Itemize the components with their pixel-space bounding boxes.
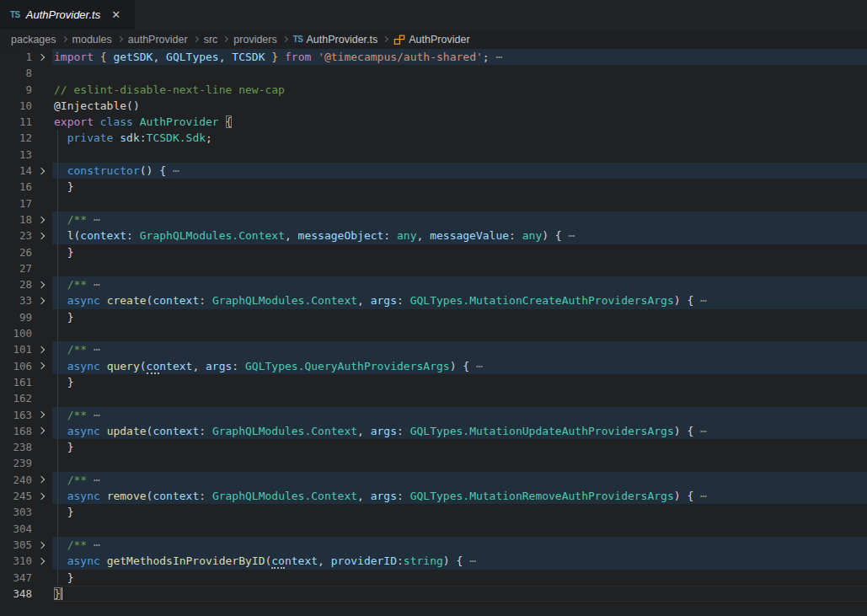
code-token: ( bbox=[140, 360, 147, 372]
fold-chevron-icon[interactable] bbox=[38, 492, 45, 499]
editor-gutter: 14 bbox=[0, 163, 52, 179]
code-line[interactable]: 26 } bbox=[0, 244, 867, 260]
code-line[interactable]: 23 l(context: GraphQLModules.Context, me… bbox=[0, 228, 867, 244]
code-line[interactable]: 18 /** ⋯ bbox=[0, 212, 867, 228]
code-line[interactable]: 17 bbox=[0, 196, 867, 212]
code-line-text: import { getSDK, GQLTypes, TCSDK } from … bbox=[52, 49, 867, 65]
code-token bbox=[94, 51, 100, 63]
fold-column bbox=[32, 244, 52, 260]
code-line[interactable]: 304 bbox=[0, 521, 867, 537]
code-token: ) { bbox=[674, 294, 693, 307]
line-number: 101 bbox=[0, 341, 32, 357]
line-number: 168 bbox=[0, 423, 32, 439]
fold-chevron-icon[interactable] bbox=[38, 346, 45, 353]
fold-chevron-icon[interactable] bbox=[38, 427, 45, 434]
code-line[interactable]: 305 /** ⋯ bbox=[0, 537, 867, 553]
code-line[interactable]: 238 } bbox=[0, 439, 867, 455]
fold-chevron-icon[interactable] bbox=[38, 362, 45, 369]
code-token bbox=[87, 278, 94, 291]
fold-chevron-icon[interactable] bbox=[38, 281, 45, 288]
fold-chevron-icon[interactable] bbox=[38, 476, 45, 483]
close-icon[interactable]: ✕ bbox=[111, 8, 120, 21]
code-token bbox=[54, 554, 67, 567]
fold-column bbox=[32, 407, 52, 423]
line-number: 26 bbox=[0, 244, 32, 260]
fold-column bbox=[32, 260, 52, 276]
code-line[interactable]: 12 private sdk:TCSDK.Sdk; bbox=[0, 130, 867, 146]
code-line[interactable]: 310 async getMethodsInProviderByID(conte… bbox=[0, 553, 867, 569]
code-line[interactable]: 27 bbox=[0, 260, 867, 276]
code-line[interactable]: 11export class AuthProvider { bbox=[0, 114, 867, 130]
breadcrumb-item-class[interactable]: AuthProvider bbox=[393, 34, 469, 46]
code-token bbox=[693, 294, 700, 307]
fold-column bbox=[32, 553, 52, 569]
code-line[interactable]: 101 /** ⋯ bbox=[0, 341, 867, 357]
breadcrumb-item-file[interactable]: TS AuthProvider.ts bbox=[293, 34, 378, 46]
code-token: : bbox=[397, 425, 410, 437]
code-line[interactable]: 347 } bbox=[0, 570, 867, 586]
code-token: GraphQLModules.Context bbox=[212, 490, 357, 502]
code-token: , bbox=[357, 490, 371, 502]
fold-column bbox=[32, 423, 52, 439]
code-line-text bbox=[52, 325, 867, 341]
fold-chevron-icon[interactable] bbox=[38, 411, 45, 418]
editor-gutter: 239 bbox=[0, 455, 52, 471]
fold-chevron-icon[interactable] bbox=[38, 233, 45, 239]
breadcrumb-item-providers[interactable]: providers bbox=[233, 34, 276, 46]
editor-gutter: 8 bbox=[0, 65, 52, 81]
fold-chevron-icon[interactable] bbox=[38, 541, 45, 548]
code-line[interactable]: 14 constructor() { ⋯ bbox=[0, 163, 867, 179]
code-line[interactable]: 100 bbox=[0, 325, 867, 341]
code-line[interactable]: 10@Injectable() bbox=[0, 98, 867, 114]
code-editor[interactable]: 1import { getSDK, GQLTypes, TCSDK } from… bbox=[0, 49, 867, 602]
line-number: 13 bbox=[0, 147, 32, 163]
code-line[interactable]: 1import { getSDK, GQLTypes, TCSDK } from… bbox=[0, 49, 867, 65]
breadcrumb-item-modules[interactable]: modules bbox=[72, 34, 112, 46]
fold-column bbox=[32, 537, 52, 553]
code-token: GQLTypes.QueryAuthProvidersArgs bbox=[245, 360, 450, 372]
code-line[interactable]: 8 bbox=[0, 65, 867, 81]
editor-gutter: 245 bbox=[0, 488, 52, 504]
fold-chevron-icon[interactable] bbox=[38, 558, 45, 565]
chevron-right-icon bbox=[282, 36, 288, 42]
code-line[interactable]: 28 /** ⋯ bbox=[0, 276, 867, 292]
fold-column bbox=[32, 163, 52, 179]
fold-chevron-icon[interactable] bbox=[38, 53, 45, 60]
code-token: export bbox=[54, 115, 94, 128]
fold-chevron-icon[interactable] bbox=[38, 216, 45, 222]
code-line[interactable]: 162 bbox=[0, 390, 867, 406]
code-line[interactable]: 106 async query(context, args: GQLTypes.… bbox=[0, 358, 867, 374]
code-line[interactable]: 99 } bbox=[0, 309, 867, 325]
line-number: 304 bbox=[0, 521, 32, 537]
code-line[interactable]: 303 } bbox=[0, 504, 867, 520]
code-token: '@timecampus/auth-shared' bbox=[318, 51, 483, 63]
editor-gutter: 33 bbox=[0, 292, 52, 308]
breadcrumb-item-authprovider[interactable]: authProvider bbox=[128, 34, 188, 46]
code-token: from bbox=[285, 51, 311, 63]
code-line-text: } bbox=[52, 586, 867, 602]
code-line[interactable]: 245 async remove(context: GraphQLModules… bbox=[0, 488, 867, 504]
code-token: } bbox=[54, 506, 73, 518]
code-token: import bbox=[54, 51, 94, 63]
code-line[interactable]: 33 async create(context: GraphQLModules.… bbox=[0, 292, 867, 308]
fold-column bbox=[32, 179, 52, 195]
code-line[interactable]: 9// eslint-disable-next-line new-cap bbox=[0, 82, 867, 98]
code-line[interactable]: 13 bbox=[0, 147, 867, 163]
code-line[interactable]: 348} bbox=[0, 586, 867, 602]
code-token: /** bbox=[67, 278, 87, 291]
editor-gutter: 305 bbox=[0, 537, 52, 553]
breadcrumb-item-src[interactable]: src bbox=[204, 34, 218, 46]
code-line[interactable]: 163 /** ⋯ bbox=[0, 407, 867, 423]
fold-chevron-icon[interactable] bbox=[38, 297, 45, 304]
breadcrumb-item-packages[interactable]: packages bbox=[11, 34, 56, 46]
code-line[interactable]: 16 } bbox=[0, 179, 867, 195]
code-token: async bbox=[67, 425, 100, 437]
code-line[interactable]: 161 } bbox=[0, 374, 867, 390]
code-line[interactable]: 168 async update(context: GraphQLModules… bbox=[0, 423, 867, 439]
editor-gutter: 16 bbox=[0, 179, 52, 195]
fold-chevron-icon[interactable] bbox=[38, 167, 45, 174]
code-line[interactable]: 240 /** ⋯ bbox=[0, 472, 867, 488]
code-token bbox=[54, 213, 67, 226]
code-line[interactable]: 239 bbox=[0, 455, 867, 471]
tab-authprovider-ts[interactable]: TS AuthProvider.ts ✕ bbox=[0, 0, 135, 29]
